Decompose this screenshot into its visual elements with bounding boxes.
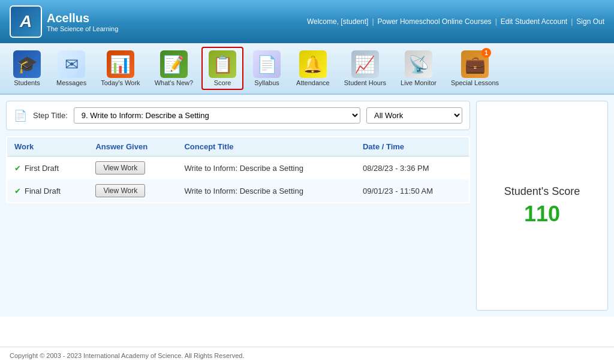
cell-concept-title: Write to Inform: Describe a Setting — [177, 179, 356, 203]
score-panel-value: 110 — [524, 201, 560, 227]
speciallessons-badge: 1 — [481, 48, 491, 58]
nav-label-score: Score — [214, 79, 231, 86]
nav-label-livemonitor: Live Monitor — [401, 79, 437, 86]
logo-text: Acellus The Science of Learning — [47, 11, 118, 32]
cell-date-time: 08/28/23 - 3:36 PM — [356, 157, 469, 180]
todayswork-icon: 📊 — [107, 50, 134, 78]
divider-1: | — [372, 17, 374, 26]
nav-label-speciallessons: Special Lessons — [451, 79, 499, 86]
sign-out-link[interactable]: Sign Out — [576, 17, 604, 26]
nav-label-students: Students — [14, 79, 40, 86]
col-header-concept-title: Concept Title — [177, 137, 356, 157]
divider-3: | — [571, 17, 573, 26]
nav-label-whatsnew: What's New? — [155, 79, 193, 86]
cell-answer-given: View Work — [88, 179, 177, 203]
studenthours-icon: 📈 — [351, 50, 379, 78]
nav-label-attendance: Attendance — [296, 79, 330, 86]
score-icon: 📋 — [209, 50, 236, 78]
power-homeschool-link[interactable]: Power Homeschool Online Courses — [378, 17, 492, 26]
nav-label-messages: Messages — [56, 79, 86, 86]
footer: Copyright © 2003 - 2023 International Ac… — [0, 347, 614, 364]
nav-label-todayswork: Today's Work — [101, 79, 140, 86]
step-title-label: Step Title: — [33, 111, 68, 120]
nav-label-studenthours: Student Hours — [344, 79, 386, 86]
top-nav-right: Welcome, [student] | Power Homeschool On… — [307, 17, 604, 26]
work-table: Work Answer Given Concept Title Date / T… — [6, 136, 470, 203]
nav-item-whatsnew[interactable]: 📝 What's New? — [149, 48, 199, 89]
acellus-a-icon: A — [20, 12, 32, 31]
brand-tagline: The Science of Learning — [47, 25, 118, 32]
nav-item-students[interactable]: 🎓 Students — [6, 48, 48, 89]
livemonitor-icon: 📡 — [405, 50, 432, 78]
cell-date-time: 09/01/23 - 11:50 AM — [356, 179, 469, 203]
nav-item-attendance[interactable]: 🔔 Attendance — [290, 48, 336, 89]
cell-concept-title: Write to Inform: Describe a Setting — [177, 157, 356, 180]
nav-item-todayswork[interactable]: 📊 Today's Work — [95, 48, 146, 89]
edit-account-link[interactable]: Edit Student Account — [501, 17, 567, 26]
table-row: ✔Final DraftView WorkWrite to Inform: De… — [7, 179, 469, 203]
nav-label-syllabus: Syllabus — [254, 79, 279, 86]
cell-work: ✔First Draft — [7, 157, 88, 180]
work-type-select[interactable]: All Work First Draft Only Final Draft On… — [366, 107, 462, 124]
students-icon: 🎓 — [13, 50, 41, 78]
check-icon: ✔ — [14, 164, 21, 173]
main-content: 📄 Step Title: 9. Write to Inform: Descri… — [0, 95, 614, 317]
welcome-text: Welcome, [student] — [307, 17, 369, 26]
step-title-icon: 📄 — [14, 109, 27, 122]
nav-item-score[interactable]: 📋 Score — [201, 47, 243, 90]
nav-item-syllabus[interactable]: 📄 Syllabus — [246, 48, 288, 89]
score-panel-label: Student's Score — [504, 185, 580, 198]
step-title-row: 📄 Step Title: 9. Write to Inform: Descri… — [6, 101, 470, 130]
score-panel: Student's Score 110 — [476, 101, 608, 311]
col-header-answer-given: Answer Given — [88, 137, 177, 157]
check-icon: ✔ — [14, 186, 21, 195]
cell-work: ✔Final Draft — [7, 179, 88, 203]
whatsnew-icon: 📝 — [160, 50, 188, 78]
acellus-logo: A — [10, 5, 42, 38]
cell-answer-given: View Work — [88, 157, 177, 180]
top-header: A Acellus The Science of Learning Welcom… — [0, 0, 614, 43]
work-label: Final Draft — [25, 186, 61, 195]
nav-bar: 🎓 Students ✉ Messages 📊 Today's Work 📝 W… — [0, 43, 614, 95]
syllabus-icon: 📄 — [253, 50, 281, 78]
view-work-button[interactable]: View Work — [95, 184, 145, 197]
nav-item-livemonitor[interactable]: 📡 Live Monitor — [395, 48, 443, 89]
col-header-work: Work — [7, 137, 88, 157]
divider-2: | — [495, 17, 497, 26]
nav-item-messages[interactable]: ✉ Messages — [50, 48, 92, 89]
col-header-date-time: Date / Time — [356, 137, 469, 157]
logo-area: A Acellus The Science of Learning — [10, 5, 118, 38]
brand-name: Acellus — [47, 11, 118, 25]
table-header-row: Work Answer Given Concept Title Date / T… — [7, 137, 469, 157]
copyright-text: Copyright © 2003 - 2023 International Ac… — [10, 352, 245, 359]
table-row: ✔First DraftView WorkWrite to Inform: De… — [7, 157, 469, 180]
nav-item-speciallessons[interactable]: 💼 1 Special Lessons — [445, 48, 505, 89]
view-work-button[interactable]: View Work — [95, 161, 145, 175]
speciallessons-icon: 💼 1 — [461, 50, 489, 78]
messages-icon: ✉ — [58, 50, 85, 78]
nav-item-studenthours[interactable]: 📈 Student Hours — [338, 48, 392, 89]
left-panel: 📄 Step Title: 9. Write to Inform: Descri… — [6, 101, 470, 311]
attendance-icon: 🔔 — [299, 50, 327, 78]
work-label: First Draft — [25, 164, 59, 173]
step-title-select[interactable]: 9. Write to Inform: Describe a Setting — [74, 107, 360, 124]
